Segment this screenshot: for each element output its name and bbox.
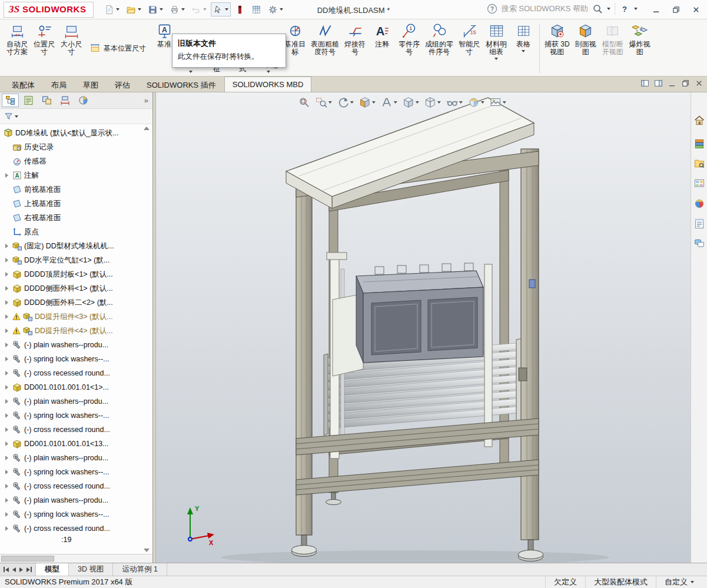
- help-caret-icon[interactable]: [634, 8, 638, 10]
- doc-restore-icon[interactable]: [681, 79, 690, 88]
- tree-item[interactable]: DD水平定位气缸<1> (默...: [0, 253, 152, 267]
- tree-item[interactable]: (固定) DD型材式堆垛机机...: [0, 239, 152, 253]
- tree-item[interactable]: 历史记录: [0, 140, 152, 154]
- taskpane-file-explorer-button[interactable]: [693, 158, 705, 171]
- expand-arrow-icon[interactable]: [4, 173, 10, 178]
- tree-item[interactable]: (-) cross recessed round...: [0, 521, 152, 536]
- tree-item[interactable]: (-) plain washers--produ...: [0, 493, 152, 507]
- expand-arrow-icon[interactable]: [4, 441, 10, 446]
- panel-tabs-overflow-icon[interactable]: »: [142, 96, 151, 105]
- expand-arrow-icon[interactable]: [4, 484, 10, 489]
- hud-zoom-fit-button[interactable]: [297, 95, 311, 109]
- panel-tab-dimxpertmanager[interactable]: [57, 94, 74, 107]
- tree-scroll-down-icon[interactable]: [144, 549, 150, 552]
- expand-arrow-icon[interactable]: [4, 413, 10, 418]
- tree-item[interactable]: 右视基准面: [0, 211, 152, 225]
- close-button[interactable]: [687, 3, 705, 16]
- expand-arrow-icon[interactable]: [4, 371, 10, 376]
- hud-hide-show-button[interactable]: [445, 95, 464, 109]
- restore-button[interactable]: [667, 3, 685, 16]
- bottom-tab-3[interactable]: 运动算例 1: [113, 563, 167, 576]
- command-tab-5[interactable]: SOLIDWORKS 插件: [138, 77, 224, 92]
- hud-scene-button[interactable]: [489, 95, 507, 109]
- tree-item[interactable]: 传感器: [0, 154, 152, 168]
- tree-scroll-up-icon[interactable]: [144, 127, 150, 130]
- tree-item[interactable]: DD提升组件<3> (默认...: [0, 310, 152, 324]
- ribbon-surface-finish-symbol-button[interactable]: 表面粗糙 度符号: [308, 21, 341, 76]
- tree-item[interactable]: A注解: [0, 168, 152, 182]
- taskpane-design-library-button[interactable]: [693, 138, 705, 151]
- taskpane-view-palette-button[interactable]: [693, 178, 705, 191]
- tree-item[interactable]: (-) cross recessed round...: [0, 423, 152, 437]
- ribbon-section-view-button[interactable]: 剖面视 图: [572, 21, 599, 76]
- first-tab-button[interactable]: [4, 567, 9, 572]
- qa-rebuild-button[interactable]: [233, 2, 247, 16]
- expand-arrow-icon[interactable]: [4, 399, 10, 404]
- ribbon-basic-location-dimension-button[interactable]: 基本位置尺寸: [85, 21, 151, 76]
- panel-tab-featuremanager[interactable]: [2, 94, 19, 107]
- panel-tab-configurationmanager[interactable]: [38, 94, 55, 107]
- ribbon-smart-dimension-button[interactable]: 15智能尺 寸: [456, 21, 483, 76]
- expand-arrow-icon[interactable]: [4, 314, 10, 319]
- qa-options-button[interactable]: [265, 2, 286, 16]
- qa-new-document-button[interactable]: [102, 2, 122, 16]
- search-caret-icon[interactable]: [607, 8, 610, 10]
- expand-arrow-icon[interactable]: [4, 272, 10, 277]
- expand-arrow-icon[interactable]: [4, 385, 10, 390]
- pane-left-icon[interactable]: [640, 79, 649, 88]
- minimize-button[interactable]: [647, 3, 665, 16]
- filter-funnel-icon[interactable]: [4, 112, 13, 121]
- command-tab-6[interactable]: SOLIDWORKS MBD: [224, 77, 312, 92]
- expand-arrow-icon[interactable]: [4, 427, 10, 432]
- ribbon-weld-symbol-button[interactable]: 焊接符 号: [341, 21, 369, 76]
- bottom-tab-2[interactable]: 3D 视图: [69, 563, 113, 576]
- qa-print-button[interactable]: [167, 2, 187, 16]
- search-input[interactable]: 搜索 SOLIDWORKS 帮助: [502, 4, 588, 14]
- taskpane-forum-button[interactable]: [693, 238, 705, 251]
- graphics-area[interactable]: Y X: [156, 92, 691, 563]
- tree-item[interactable]: DD001.0101.001.01<13...: [0, 437, 152, 451]
- tree-item[interactable]: (-) spring lock washers--...: [0, 408, 152, 423]
- ribbon-model-break-view-button[interactable]: 模型断 开视图: [599, 21, 626, 76]
- hud-edit-appearance-button[interactable]: [467, 95, 486, 109]
- tree-item[interactable]: DDDD顶层封板<1> (默认...: [0, 267, 152, 281]
- expand-arrow-icon[interactable]: [4, 470, 10, 474]
- tree-item[interactable]: DD001.0101.001.01<1>...: [0, 380, 152, 394]
- pane-right-icon[interactable]: [654, 79, 663, 88]
- command-tab-2[interactable]: 布局: [43, 77, 75, 92]
- hud-zoom-area-button[interactable]: [314, 95, 333, 109]
- tree-item[interactable]: DD堆垛机 (默认<默认_显示状...: [0, 126, 152, 140]
- expand-arrow-icon[interactable]: [4, 357, 10, 361]
- help-menu-icon[interactable]: ?: [619, 4, 630, 14]
- qa-select-button[interactable]: [211, 2, 231, 16]
- qa-save-button[interactable]: [145, 2, 165, 16]
- tree-item[interactable]: (-) plain washers--produ...: [0, 394, 152, 408]
- command-tab-3[interactable]: 草图: [75, 77, 107, 92]
- next-tab-button[interactable]: [19, 567, 23, 572]
- tree-item[interactable]: 前视基准面: [0, 182, 152, 197]
- expand-arrow-icon[interactable]: [4, 244, 10, 248]
- tree-item[interactable]: (-) plain washers--produ...: [0, 451, 152, 465]
- previous-tab-button[interactable]: [12, 567, 16, 572]
- hud-previous-view-button[interactable]: [336, 95, 355, 109]
- status-item[interactable]: 自定义: [656, 576, 702, 588]
- hud-hud-section-button[interactable]: [358, 95, 377, 109]
- qa-open-button[interactable]: [124, 2, 144, 16]
- last-tab-button[interactable]: [26, 567, 32, 572]
- tree-item[interactable]: DD提升组件<4> (默认...: [0, 324, 152, 338]
- help-search[interactable]: ? 搜索 SOLIDWORKS 帮助 ?: [487, 3, 638, 15]
- expand-arrow-icon[interactable]: [4, 498, 10, 503]
- tree-item[interactable]: (-) spring lock washers--...: [0, 465, 152, 479]
- ribbon-location-dimension-button[interactable]: 位置尺 寸: [31, 21, 58, 76]
- ribbon-auto-balloon-button[interactable]: 成组的零 件序号: [423, 21, 456, 76]
- tree-item[interactable]: (-) spring lock washers--...: [0, 352, 152, 366]
- expand-arrow-icon[interactable]: [4, 258, 10, 263]
- doc-minimize-icon[interactable]: [668, 79, 676, 88]
- expand-arrow-icon[interactable]: [4, 512, 10, 517]
- hud-hud-annotation-button[interactable]: [380, 95, 399, 109]
- taskpane-custom-properties-button[interactable]: [693, 218, 705, 231]
- search-icon[interactable]: [592, 4, 603, 14]
- scrollbar-thumb[interactable]: [1, 556, 54, 562]
- doc-close-icon[interactable]: [695, 79, 703, 88]
- tree-item[interactable]: (-) plain washers--produ...: [0, 338, 152, 352]
